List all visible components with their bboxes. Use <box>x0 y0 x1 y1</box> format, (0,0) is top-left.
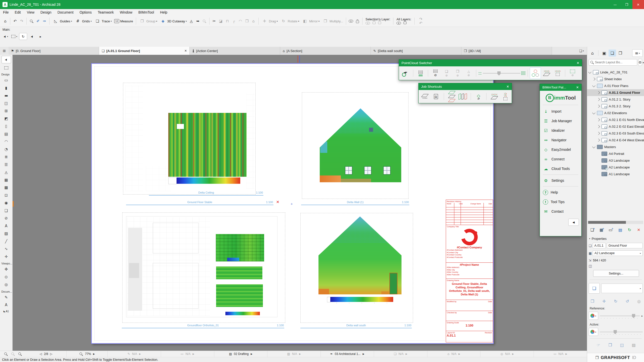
active-opacity-slider[interactable] <box>600 332 643 332</box>
zoom-selection-icon[interactable] <box>201 18 208 24</box>
active-color-button[interactable]: ▸ <box>589 328 598 336</box>
bimmtool-job-manager[interactable]: ☰ Job Manager <box>540 116 581 126</box>
tab-0-ground-floor[interactable]: ⚑ [0. Ground Floor] <box>9 47 99 55</box>
pointcloud-list-button[interactable] <box>415 68 426 79</box>
marquee-tool-button[interactable]: ▾ <box>11 33 18 40</box>
reference-slider-thumb[interactable] <box>632 314 635 318</box>
text-tool-icon[interactable]: A <box>1 222 12 230</box>
tree-item-south-elevation[interactable]: A.02.3 E-03 South Elevation <box>587 130 644 137</box>
fill-quick-option[interactable]: ▨ N/A ▶ <box>267 351 321 357</box>
hide-in-3d-button[interactable]: ❒⊘ <box>452 68 463 79</box>
missing-drawing-icon[interactable]: ✕ <box>276 200 279 204</box>
properties-header[interactable]: ▾ Properties <box>589 237 607 241</box>
drawing-groundfloor-orthofoto[interactable] <box>122 212 285 323</box>
bimmtool-import[interactable]: ↓ Import <box>540 107 581 116</box>
zoom-flyout-icon[interactable]: ▶ <box>93 353 95 355</box>
bimmtool-titlebar[interactable]: BIMmTool Pal... ✕ <box>540 84 581 91</box>
hide-marquee-button[interactable]: ⊘ <box>567 68 578 79</box>
tab-a011-ground-floor[interactable]: ❏ [A.01.1 Ground Floor] ✕ <box>99 47 190 55</box>
roof-tool-icon[interactable]: ◠ <box>1 138 12 146</box>
zoom-value[interactable]: 77% <box>85 352 91 356</box>
tab-grid-icon[interactable]: ⊞ <box>0 47 9 55</box>
drawing-delta-wall-1[interactable] <box>302 92 409 199</box>
hide-in-sections-button[interactable]: △⊘ <box>463 68 474 79</box>
menu-options[interactable]: Options <box>76 10 95 14</box>
filter-box-button[interactable] <box>552 68 563 79</box>
stair-tool-icon[interactable]: ≣ <box>1 153 12 161</box>
new-folder-button[interactable]: ▭+ <box>608 226 615 233</box>
lock-selection-layer-icon[interactable] <box>373 22 376 24</box>
trace-toggle-button[interactable]: ❏ <box>589 283 600 294</box>
toggle-visibility-icon[interactable] <box>348 18 354 24</box>
bimmtool-settings[interactable]: ⚙ Settings <box>540 176 581 185</box>
drawing-title-delta-wall-south[interactable]: Delta wall south1:100 <box>300 324 412 328</box>
equipment-tool-icon[interactable]: ❑ <box>1 207 12 215</box>
drag-reference-button[interactable]: ☞ <box>595 341 602 348</box>
tree-horizontal-scrollbar[interactable] <box>588 221 643 224</box>
delete-button[interactable]: ✕ <box>635 226 642 233</box>
redo-icon[interactable]: ↷ <box>18 18 25 24</box>
hotspot-tool-icon[interactable]: ✛ <box>1 253 12 261</box>
box-dots-button[interactable] <box>501 91 510 102</box>
drawing-title-delta-ceiling[interactable]: Delta Ceiling1:100 <box>149 191 263 196</box>
hide-selection-layer-icon[interactable] <box>366 22 370 25</box>
search-flyout-icon[interactable]: ▸ <box>643 61 644 64</box>
pick-pointcloud-button[interactable]: ✒ <box>400 68 411 79</box>
find-select-icon[interactable] <box>28 18 35 24</box>
drawing-title-delta-wall-1[interactable]: Delta Wall (1)1:100 <box>301 200 409 205</box>
vertical-planes-button[interactable] <box>458 91 468 102</box>
penset-quick-option[interactable]: ✒ 03 Architectural 1... ▶ <box>321 351 374 357</box>
bimmtool-connect[interactable]: ∞ Connect <box>540 154 581 164</box>
arrow-tool-button[interactable]: ➤▾ <box>2 33 10 40</box>
palette-close-icon[interactable]: ✕ <box>576 85 579 89</box>
bimmtool-cloud-tools[interactable]: ☁ Cloud Tools <box>540 164 581 173</box>
master-dropdown[interactable]: A2 Landscape▸ <box>593 250 643 256</box>
reference-flyout-icon[interactable]: ▸ <box>641 314 643 317</box>
drawing-title-groundfloor-orthofoto[interactable]: Groundfloor Orthofoto_011:100 <box>122 324 284 328</box>
tab-delta-wall-south[interactable]: ✎ [Delta wall south] <box>371 47 461 55</box>
tab-overflow-button[interactable]: ❏▾ <box>576 47 587 55</box>
filter-plane-button[interactable] <box>541 68 552 79</box>
story-quick-option[interactable]: ⌂ N/A ▶ <box>427 351 481 357</box>
inject-parameters-icon[interactable]: ✑ <box>41 18 48 24</box>
layout-sheet[interactable]: Delta Ceiling1:100 Ground Floor Stable1:… <box>91 63 494 344</box>
camera-tool-icon[interactable]: ◎ <box>1 281 12 289</box>
tab-3d-all[interactable]: ❒ [3D / All] <box>461 47 552 55</box>
drawing-delta-wall-south[interactable] <box>300 213 413 323</box>
annotate-tool-icon[interactable]: ✎ <box>1 294 12 301</box>
curve-edge-icon[interactable]: ◠ <box>237 18 244 24</box>
pick-up-parameters-icon[interactable]: ✐ <box>35 18 41 24</box>
tree-item-a2-landscape[interactable]: ✓A2 Landscape <box>587 164 644 171</box>
measure-button[interactable]: 12 Measure <box>113 17 134 26</box>
redo-side-icon[interactable]: ↷ <box>418 17 424 21</box>
tree-item-a012-story[interactable]: A.01.2 1. Story <box>587 96 644 103</box>
toolbar-flyout[interactable]: ▸ <box>37 33 44 40</box>
slab-tool-icon[interactable]: ▤ <box>1 130 12 138</box>
pen-quick-option[interactable]: ✎ N/A ▶ <box>108 351 161 357</box>
filter-circles-button[interactable] <box>530 67 541 79</box>
tree-item-elevations[interactable]: A.02 Elevations <box>587 110 644 116</box>
railing-tool-icon[interactable]: ☰ <box>1 161 12 169</box>
resize-icon[interactable]: ❒ <box>244 18 250 24</box>
object-tool-icon[interactable]: ⊡ <box>1 192 12 199</box>
bimmtool-tool-tips[interactable]: ! Tool Tips <box>540 197 581 207</box>
menu-document[interactable]: Document <box>54 10 76 14</box>
edit-roof-icon[interactable]: ⌂ <box>250 18 257 24</box>
unlock-all-layers-icon[interactable] <box>404 22 407 24</box>
skylight-tool-icon[interactable]: ◩ <box>1 115 12 123</box>
menu-view[interactable]: View <box>24 10 37 14</box>
maximize-button[interactable]: ❐ <box>621 0 632 9</box>
bimmtool-easy2model[interactable]: ◇ Easy2model <box>540 145 581 154</box>
layout-settings-dialog-button[interactable]: Settings... <box>593 270 639 277</box>
graphisoft-id-bar[interactable]: ❐ GRAPHISOFT ID <box>587 353 644 362</box>
job-shortcuts-titlebar[interactable]: Job Shortcuts ✕ <box>419 83 512 90</box>
tree-item-a1-landscape[interactable]: A1 Landscape <box>587 171 644 177</box>
undo-side-icon[interactable]: ↶ <box>418 21 424 25</box>
curtain-wall-tool-icon[interactable]: ▯ <box>1 122 12 130</box>
hide-all-pointclouds-button[interactable]: ⊘ <box>430 68 441 79</box>
label-tool-icon[interactable]: A <box>1 301 12 309</box>
dimension-tool-icon[interactable]: ✜ <box>1 265 12 273</box>
hide-fills-button[interactable]: ▨ <box>630 341 637 348</box>
trace-reset-button[interactable]: ↺ <box>624 298 631 305</box>
minimize-button[interactable]: — <box>609 0 621 9</box>
